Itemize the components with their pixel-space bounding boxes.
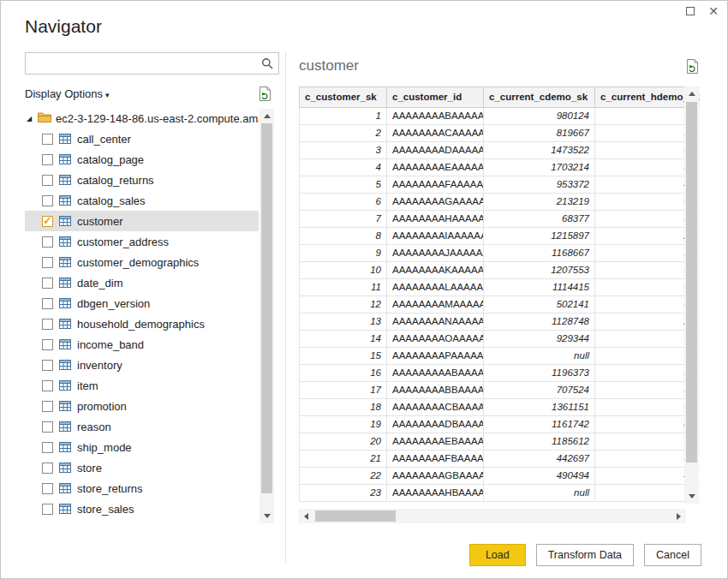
table-checkbox[interactable] [42, 339, 53, 350]
cell-customer-id: AAAAAAAALAAAAAAA [387, 279, 484, 296]
table-checkbox[interactable] [42, 154, 53, 165]
sidebar-table-item[interactable]: customer_address [25, 231, 259, 252]
close-icon[interactable]: ✕ [708, 6, 719, 16]
sidebar-scrollbar[interactable] [260, 109, 274, 523]
cell-current-cdemo-sk: 819667 [484, 125, 595, 142]
table-checkbox[interactable] [42, 380, 53, 391]
sidebar-table-item[interactable]: dbgen_version [25, 293, 259, 313]
table-checkbox[interactable] [42, 236, 53, 248]
cell-customer-sk: 13 [300, 313, 387, 331]
scroll-left-icon[interactable] [299, 509, 313, 523]
preview-hscroll-thumb[interactable] [315, 510, 396, 522]
cell-customer-sk: 15 [300, 348, 387, 365]
cell-customer-sk: 23 [300, 485, 387, 502]
sidebar-table-item[interactable]: household_demographics [25, 313, 259, 334]
table-checkbox[interactable] [42, 401, 53, 412]
sidebar-table-item[interactable]: item [25, 375, 259, 396]
table-icon [59, 278, 71, 288]
table-checkbox[interactable] [42, 257, 53, 268]
sidebar-table-item[interactable]: reason [25, 416, 259, 437]
table-checkbox[interactable] [42, 195, 53, 206]
table-checkbox[interactable] [42, 175, 53, 186]
cell-customer-id: AAAAAAAAHAAAAAAA [387, 211, 484, 228]
table-checkbox[interactable] [42, 442, 53, 453]
sidebar-table-item[interactable]: inventory [25, 355, 259, 375]
cell-current-cdemo-sk: 213219 [484, 194, 595, 211]
table-checkbox[interactable] [42, 319, 53, 330]
cell-customer-sk: 18 [300, 399, 387, 416]
cell-customer-id: AAAAAAAAPAAAAAAA [387, 348, 484, 365]
refresh-preview-icon[interactable] [686, 59, 700, 74]
sidebar-table-item[interactable]: ship_mode [25, 437, 259, 457]
sidebar-table-item[interactable]: catalog_page [25, 149, 259, 170]
sidebar-table-item[interactable]: catalog_returns [25, 170, 259, 190]
cell-customer-sk: 4 [300, 159, 387, 176]
table-checkbox[interactable] [42, 483, 53, 494]
table-checkbox[interactable] [42, 278, 53, 289]
sidebar-table-item[interactable]: customer [25, 211, 259, 231]
table-row: 4 AAAAAAAAEAAAAAAA 1703214 39 [300, 159, 701, 176]
cell-customer-id: AAAAAAAAEAAAAAAA [387, 159, 484, 176]
table-item-label: store_sales [77, 503, 134, 516]
table-icon [59, 257, 71, 267]
preview-vscroll-track[interactable] [684, 101, 699, 489]
sidebar-scrollbar-thumb[interactable] [261, 123, 272, 493]
table-row: 18 AAAAAAAACBAAAAAA 1361151 65 [300, 399, 701, 416]
display-options-dropdown[interactable]: Display Options▾ [25, 86, 110, 101]
table-row: 17 AAAAAAAABBAAAAAA 707524 38 [300, 382, 701, 399]
scroll-down-icon[interactable] [684, 489, 699, 504]
sidebar-table-item[interactable]: date_dim [25, 272, 259, 293]
table-checkbox[interactable] [42, 463, 53, 474]
options-row: Display Options▾ [25, 85, 279, 102]
search-icon[interactable] [256, 57, 278, 69]
cell-customer-sk: 7 [300, 211, 387, 228]
table-item-label: customer [77, 215, 122, 228]
cell-current-cdemo-sk: 980124 [484, 108, 595, 125]
cell-customer-id: AAAAAAAAOAAAAAAA [387, 331, 484, 348]
preview-horizontal-scrollbar[interactable] [299, 509, 686, 523]
table-checkbox[interactable] [42, 360, 53, 371]
table-checkbox[interactable] [42, 134, 53, 145]
sidebar-table-item[interactable]: promotion [25, 396, 259, 416]
tree-expander-icon[interactable]: ◢ [25, 115, 33, 122]
table-checkbox[interactable] [42, 504, 53, 515]
cell-current-cdemo-sk: 1703214 [484, 159, 595, 176]
preview-header: customer [299, 57, 700, 75]
table-item-label: catalog_page [77, 153, 144, 166]
sidebar-table-item[interactable]: store [25, 457, 259, 478]
table-row: 14 AAAAAAAAOAAAAAAA 929344 8 [300, 331, 701, 348]
scroll-right-icon[interactable] [671, 509, 686, 523]
sidebar-table-item[interactable]: call_center [25, 128, 259, 149]
preview-vscroll-thumb[interactable] [686, 102, 697, 463]
sidebar-table-item[interactable]: income_band [25, 334, 259, 355]
preview-hscroll-track[interactable] [313, 509, 671, 523]
scroll-up-icon[interactable] [260, 109, 274, 123]
preview-vertical-scrollbar[interactable] [684, 87, 699, 504]
cell-customer-id: AAAAAAAAMAAAAAAA [387, 296, 484, 313]
search-input[interactable] [26, 53, 256, 74]
tree-root-database[interactable]: ◢ ec2-3-129-148-86.us-east-2.compute.ama… [25, 108, 259, 128]
table-icon [59, 442, 71, 452]
scroll-down-icon[interactable] [260, 509, 274, 523]
transform-data-button[interactable]: Transform Data [536, 544, 634, 566]
maximize-icon[interactable] [686, 7, 695, 15]
panel-divider [285, 52, 286, 563]
table-checkbox[interactable] [42, 216, 53, 227]
sidebar-table-item[interactable]: store_sales [25, 498, 259, 519]
table-item-label: catalog_returns [77, 174, 154, 187]
table-checkbox[interactable] [42, 298, 53, 309]
table-icon [59, 195, 71, 206]
sidebar-scrollbar-track[interactable] [260, 123, 274, 509]
cancel-button[interactable]: Cancel [644, 544, 701, 566]
load-button[interactable]: Load [469, 544, 526, 566]
cell-current-cdemo-sk: 68377 [484, 211, 595, 228]
cell-current-cdemo-sk: 1185612 [484, 433, 595, 451]
refresh-icon[interactable] [259, 87, 272, 101]
sidebar-table-item[interactable]: customer_demographics [25, 252, 259, 272]
table-icon [59, 175, 71, 185]
table-checkbox[interactable] [42, 421, 53, 433]
sidebar-table-item[interactable]: store_returns [25, 478, 259, 498]
scroll-up-icon[interactable] [684, 87, 699, 101]
sidebar-table-item[interactable]: catalog_sales [25, 190, 259, 211]
cell-customer-sk: 3 [300, 142, 387, 159]
